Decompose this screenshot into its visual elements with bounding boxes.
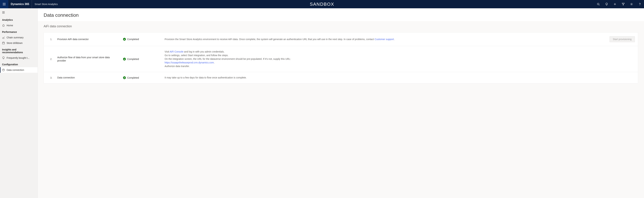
status-label: Completed xyxy=(127,76,139,79)
check-icon xyxy=(123,76,126,79)
settings-button[interactable] xyxy=(628,0,636,8)
help-button[interactable] xyxy=(636,0,644,8)
svg-point-23 xyxy=(2,69,4,70)
nav-section-performance: Performance xyxy=(0,28,38,35)
step-title: Provision AiFi data connector xyxy=(57,38,121,41)
sidebar-item-label: Frequently bought t... xyxy=(6,56,30,59)
sidebar-item-label: Chain summary xyxy=(6,36,24,39)
lightbulb-icon xyxy=(2,56,5,59)
status-label: Completed xyxy=(127,38,139,41)
step-number: 3. xyxy=(47,76,56,79)
step-title: Authorize flow of data from your smart s… xyxy=(57,56,121,62)
nav-section-analytics: Analytics xyxy=(0,16,38,23)
customer-support-link[interactable]: Customer support xyxy=(374,38,394,41)
svg-rect-2 xyxy=(5,3,5,3)
svg-rect-0 xyxy=(3,3,4,3)
idea-button[interactable] xyxy=(602,0,611,8)
step-row: 2. Authorize flow of data from your smar… xyxy=(44,46,638,72)
nav-section-insights: Insights and recommendations xyxy=(0,46,38,55)
sidebar-item-chain-summary[interactable]: Chain summary xyxy=(0,35,38,40)
svg-rect-7 xyxy=(4,5,4,5)
sidebar: Analytics Home Performance Chain summary… xyxy=(0,8,38,198)
help-icon xyxy=(638,3,641,5)
gear-icon xyxy=(630,3,633,5)
step-row: 3. Data connection Completed It may take… xyxy=(44,72,638,83)
svg-rect-6 xyxy=(3,5,4,5)
svg-marker-14 xyxy=(622,3,624,5)
add-button[interactable] xyxy=(611,0,619,8)
step-title: Data connection xyxy=(57,76,121,79)
search-button[interactable] xyxy=(594,0,602,8)
step-status: Completed xyxy=(123,58,163,60)
svg-rect-3 xyxy=(3,4,4,4)
step-row: 1. Provision AiFi data connector Complet… xyxy=(44,32,638,46)
data-icon xyxy=(2,69,5,71)
sidebar-item-label: Store drilldown xyxy=(6,42,23,44)
chart-icon xyxy=(2,36,5,39)
svg-point-16 xyxy=(640,5,640,5)
sidebar-item-label: Home xyxy=(6,24,13,27)
svg-rect-1 xyxy=(4,3,4,3)
hamburger-icon xyxy=(2,11,5,14)
step-number: 2. xyxy=(47,58,56,60)
dataverse-url-link[interactable]: https://ssaaprilreleaseprod.crm.dynamics… xyxy=(164,61,214,64)
brand-label[interactable]: Dynamics 365 xyxy=(8,0,32,8)
svg-rect-21 xyxy=(2,42,4,44)
environment-label: SANDBOX xyxy=(310,1,334,7)
step-description: It may take up to a few days for data to… xyxy=(164,76,598,79)
step-status: Completed xyxy=(123,76,163,79)
main-content: Data connection AiFi data connection 1. … xyxy=(38,8,644,198)
app-name-label[interactable]: Smart Store Analytics xyxy=(32,0,60,8)
hamburger-button[interactable] xyxy=(0,9,38,16)
sidebar-item-frequently-bought[interactable]: Frequently bought t... xyxy=(0,55,38,61)
sidebar-item-data-connection[interactable]: Data connection xyxy=(0,67,38,73)
aifi-console-link[interactable]: AiFi Console xyxy=(170,50,183,53)
filter-icon xyxy=(622,3,624,5)
step-status: Completed xyxy=(123,38,163,41)
svg-point-15 xyxy=(631,4,632,4)
start-provisioning-button: Start provisioning xyxy=(610,36,635,42)
section-title: AiFi data connection xyxy=(44,24,638,28)
sidebar-item-label: Data connection xyxy=(6,69,24,71)
top-navbar: Dynamics 365 Smart Store Analytics SANDB… xyxy=(0,0,644,8)
sidebar-item-home[interactable]: Home xyxy=(0,23,38,28)
plus-icon xyxy=(614,3,616,5)
svg-rect-8 xyxy=(5,5,5,5)
svg-line-10 xyxy=(599,5,600,5)
steps-card: 1. Provision AiFi data connector Complet… xyxy=(44,32,638,83)
app-launcher-button[interactable] xyxy=(0,0,8,8)
home-icon xyxy=(2,24,5,27)
store-icon xyxy=(2,42,5,44)
waffle-icon xyxy=(3,3,6,5)
check-icon xyxy=(123,58,126,60)
sidebar-item-store-drilldown[interactable]: Store drilldown xyxy=(0,40,38,46)
step-number: 1. xyxy=(47,38,56,41)
search-icon xyxy=(597,3,600,5)
check-icon xyxy=(123,38,126,41)
status-label: Completed xyxy=(127,58,139,60)
step-description: Provision the Smart Store Analytics envi… xyxy=(164,37,598,41)
lightbulb-icon xyxy=(605,3,608,5)
svg-point-9 xyxy=(597,3,599,5)
page-title: Data connection xyxy=(44,12,638,18)
svg-rect-5 xyxy=(5,4,5,4)
filter-button[interactable] xyxy=(619,0,628,8)
step-description: Visit AiFi Console and log in with you a… xyxy=(164,50,598,68)
svg-rect-4 xyxy=(4,4,4,4)
nav-section-configuration: Configuration xyxy=(0,61,38,67)
